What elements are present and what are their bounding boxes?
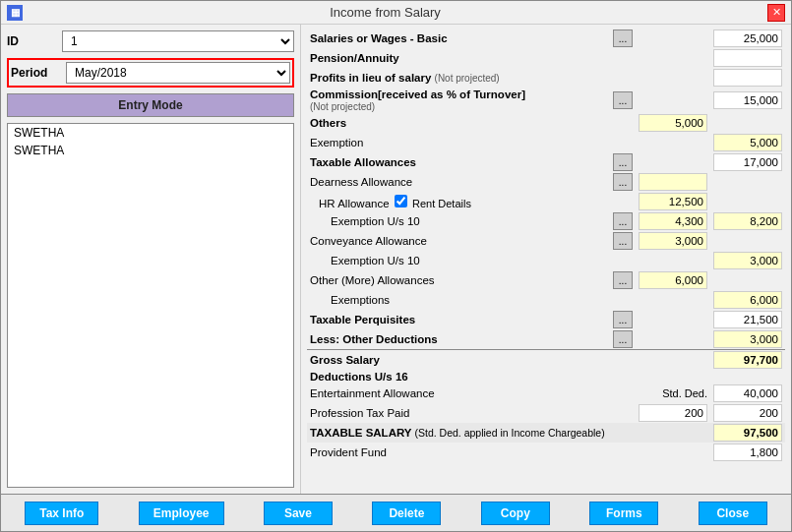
main-window: ▦ Income from Salary ✕ ID 1 Period May/2… bbox=[0, 0, 792, 532]
other-allowances-input[interactable] bbox=[639, 271, 707, 289]
left-panel: ID 1 Period May/2018 Entry Mode SWETHA S… bbox=[1, 25, 301, 494]
other-deductions-input[interactable] bbox=[713, 330, 782, 348]
row-label: Conveyance Allowance bbox=[307, 231, 610, 251]
close-button[interactable]: Close bbox=[699, 502, 767, 525]
std-ded-label: Std. Ded. bbox=[636, 384, 710, 403]
dots-button[interactable]: ... bbox=[613, 271, 633, 289]
hr-exemption-total-input[interactable] bbox=[713, 212, 782, 230]
delete-button[interactable]: Delete bbox=[372, 502, 441, 525]
taxable-salary-row: TAXABLE SALARY (Std. Ded. applied in Inc… bbox=[307, 423, 785, 443]
title-bar: ▦ Income from Salary ✕ bbox=[1, 1, 791, 25]
hr-exemption-input[interactable] bbox=[639, 212, 707, 230]
employee-list: SWETHA SWETHA bbox=[7, 123, 294, 488]
profession-tax-input2[interactable] bbox=[713, 404, 782, 422]
table-row: Exemption U/s 10 bbox=[307, 251, 785, 270]
dots-button[interactable]: ... bbox=[613, 153, 633, 171]
table-row: Entertainment Allowance Std. Ded. bbox=[307, 384, 785, 403]
table-row: Others bbox=[307, 113, 785, 133]
commission-input[interactable] bbox=[713, 91, 782, 109]
table-row: Exemptions bbox=[307, 290, 785, 310]
title-bar-left: ▦ bbox=[7, 5, 23, 21]
row-label: HR Allowance Rent Details bbox=[307, 192, 610, 211]
row-label: Exemption U/s 10 bbox=[307, 211, 610, 231]
exemptions-input[interactable] bbox=[713, 291, 782, 309]
row-label: Commission[received as % of Turnover] (N… bbox=[307, 88, 610, 113]
perquisites-input[interactable] bbox=[713, 311, 782, 328]
conveyance-input[interactable] bbox=[639, 232, 707, 250]
hr-allowance-input[interactable] bbox=[639, 193, 707, 210]
table-row: Deductions U/s 16 bbox=[307, 370, 785, 384]
profits-input[interactable] bbox=[713, 69, 782, 87]
dots-button[interactable]: ... bbox=[613, 91, 633, 109]
row-label: Exemptions bbox=[307, 290, 610, 310]
salary-table: Salaries or Wages - Basic ... Pension/An… bbox=[307, 29, 785, 462]
table-row: Exemption bbox=[307, 133, 785, 152]
entry-mode-button[interactable]: Entry Mode bbox=[7, 93, 294, 117]
app-icon: ▦ bbox=[7, 5, 23, 21]
save-button[interactable]: Save bbox=[264, 502, 333, 525]
table-row: Taxable Perquisites ... bbox=[307, 310, 785, 329]
table-row: Pension/Annuity bbox=[307, 48, 785, 68]
table-row: Exemption U/s 10 ... bbox=[307, 211, 785, 231]
period-label: Period bbox=[11, 66, 60, 80]
provident-fund-input[interactable] bbox=[713, 443, 782, 461]
copy-button[interactable]: Copy bbox=[481, 502, 550, 525]
row-label: Others bbox=[307, 113, 610, 133]
table-row: Provident Fund bbox=[307, 443, 785, 462]
row-label: Dearness Allowance bbox=[307, 172, 610, 192]
list-item[interactable]: SWETHA bbox=[8, 124, 293, 142]
table-row: Profits in lieu of salary (Not projected… bbox=[307, 68, 785, 88]
dots-button[interactable]: ... bbox=[613, 212, 633, 230]
table-row: Less: Other Deductions ... bbox=[307, 329, 785, 350]
forms-button[interactable]: Forms bbox=[589, 502, 658, 525]
row-label: Taxable Perquisites bbox=[307, 310, 610, 329]
list-item[interactable]: SWETHA bbox=[8, 142, 293, 159]
dots-button[interactable]: ... bbox=[613, 311, 633, 328]
exemption-input[interactable] bbox=[713, 134, 782, 151]
row-label: Deductions U/s 16 bbox=[307, 370, 610, 384]
row-label: Salaries or Wages - Basic bbox=[307, 29, 610, 48]
period-select[interactable]: May/2018 bbox=[66, 62, 290, 84]
rent-details-checkbox[interactable] bbox=[395, 195, 407, 207]
pension-input[interactable] bbox=[713, 49, 782, 67]
employee-button[interactable]: Employee bbox=[139, 502, 224, 525]
dots-button[interactable]: ... bbox=[613, 173, 633, 191]
table-row: Other (More) Allowances ... bbox=[307, 270, 785, 290]
table-row: HR Allowance Rent Details bbox=[307, 192, 785, 211]
taxable-salary-label: TAXABLE SALARY (Std. Ded. applied in Inc… bbox=[307, 423, 710, 443]
close-icon[interactable]: ✕ bbox=[767, 4, 785, 22]
window-title: Income from Salary bbox=[23, 5, 748, 20]
taxable-allowances-input[interactable] bbox=[713, 153, 782, 171]
table-row: Conveyance Allowance ... bbox=[307, 231, 785, 251]
entertainment-allowance-input[interactable] bbox=[713, 384, 782, 402]
row-label: Other (More) Allowances bbox=[307, 270, 610, 290]
period-wrapper: Period May/2018 bbox=[7, 58, 294, 88]
conveyance-exemption-input[interactable] bbox=[713, 252, 782, 269]
id-select[interactable]: 1 bbox=[62, 30, 294, 52]
taxable-salary-input[interactable] bbox=[713, 424, 782, 442]
table-row: Taxable Allowances ... bbox=[307, 152, 785, 172]
dots-button[interactable]: ... bbox=[613, 330, 633, 348]
dots-button[interactable]: ... bbox=[613, 232, 633, 250]
gross-salary-label: Gross Salary bbox=[307, 350, 610, 371]
salary-basic-input[interactable] bbox=[713, 30, 782, 47]
dots-button[interactable]: ... bbox=[613, 30, 633, 47]
row-label: Profits in lieu of salary (Not projected… bbox=[307, 68, 610, 88]
row-label: Entertainment Allowance bbox=[307, 384, 610, 403]
bottom-bar: Tax Info Employee Save Delete Copy Forms… bbox=[1, 494, 791, 531]
row-label: Taxable Allowances bbox=[307, 152, 610, 172]
others-input[interactable] bbox=[639, 114, 707, 132]
row-label: Profession Tax Paid bbox=[307, 403, 610, 423]
right-panel: Salaries or Wages - Basic ... Pension/An… bbox=[301, 25, 791, 494]
profession-tax-input1[interactable] bbox=[639, 404, 707, 422]
main-content: ID 1 Period May/2018 Entry Mode SWETHA S… bbox=[1, 25, 791, 494]
row-label: Exemption U/s 10 bbox=[307, 251, 610, 270]
id-row: ID 1 bbox=[7, 30, 294, 52]
row-label: Pension/Annuity bbox=[307, 48, 610, 68]
table-row: Dearness Allowance ... bbox=[307, 172, 785, 192]
table-row: Gross Salary bbox=[307, 350, 785, 371]
tax-info-button[interactable]: Tax Info bbox=[25, 502, 98, 525]
row-label: Provident Fund bbox=[307, 443, 610, 462]
gross-salary-input[interactable] bbox=[713, 351, 782, 369]
dearness-input[interactable] bbox=[639, 173, 707, 191]
